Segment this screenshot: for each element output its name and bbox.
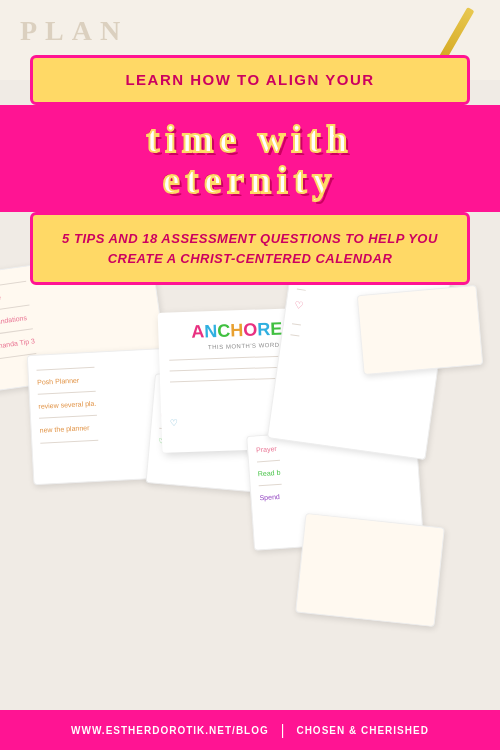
subtitle-text: 5 TIPS AND 18 ASSESSMENT QUESTIONS TO HE… [53,229,447,268]
footer-bar: WWW.ESTHERDOROTIK.NET/BLOG | CHOSEN & CH… [0,710,500,750]
header-text: LEARN HOW TO ALIGN YOUR [53,70,447,90]
page-wrapper: PLAN Bible Foundations Amanda Tip 3 Posh… [0,0,500,750]
yellow-subtitle-box: 5 TIPS AND 18 ASSESSMENT QUESTIONS TO HE… [30,212,470,285]
title-line1: time with [10,119,490,161]
pink-title-bar: time with eternity [0,105,500,213]
footer-website: WWW.ESTHERDOROTIK.NET/BLOG [71,725,269,736]
footer-divider: | [281,722,285,738]
background-paper-7 [357,285,484,375]
title-line2: eternity [10,160,490,202]
content-overlay: LEARN HOW TO ALIGN YOUR time with eterni… [0,55,500,285]
yellow-header-box: LEARN HOW TO ALIGN YOUR [30,55,470,105]
background-paper-5 [295,513,445,627]
plan-watermark: PLAN [20,15,128,47]
footer-brand: CHOSEN & CHERISHED [296,725,428,736]
